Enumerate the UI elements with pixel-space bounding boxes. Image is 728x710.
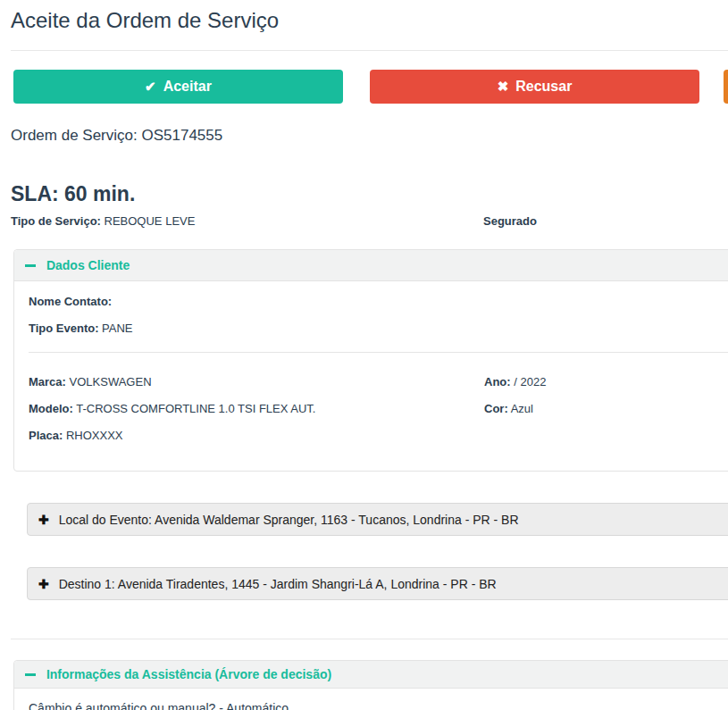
check-icon: ✔ (145, 79, 156, 95)
sla-text: SLA: 60 min. (11, 182, 728, 205)
contact-name-field: Nome Contato: (29, 295, 728, 308)
model-color-row: Modelo: T-CROSS COMFORTLINE 1.0 TSI FLEX… (29, 402, 728, 415)
brand-label: Marca: (29, 375, 66, 388)
destination-accordion[interactable]: ✚ Destino 1: Avenida Tiradentes, 1445 - … (27, 567, 728, 600)
page-title: Aceite da Ordem de Serviço (11, 7, 728, 34)
year-field: Ano: / 2022 (484, 375, 728, 388)
assistance-info-panel-title: Informações da Assistência (Árvore de de… (46, 667, 331, 681)
client-data-panel-title: Dados Cliente (46, 258, 130, 272)
extra-button-clipped[interactable] (724, 70, 728, 104)
destination-label: Destino 1: (59, 577, 115, 591)
order-number-line: Ordem de Serviço: OS5174555 (11, 127, 728, 145)
insured-label: Segurado (483, 214, 728, 228)
expand-plus-icon: ✚ (38, 513, 49, 527)
brand-field: Marca: VOLKSWAGEN (29, 375, 484, 388)
order-number-label: Ordem de Serviço: (11, 127, 138, 144)
close-icon: ✖ (498, 79, 509, 95)
action-button-row: ✔ Aceitar ✖ Recusar (13, 70, 728, 104)
year-value: / 2022 (514, 375, 546, 388)
color-value: Azul (511, 402, 533, 415)
accept-button-label: Aceitar (163, 79, 212, 95)
model-value: T-CROSS COMFORTLINE 1.0 TSI FLEX AUT. (76, 402, 315, 415)
plate-label: Placa: (29, 429, 63, 442)
refuse-button[interactable]: ✖ Recusar (370, 70, 699, 104)
plate-value: RHOXXXX (66, 429, 123, 442)
event-location-value: Avenida Waldemar Spranger, 1163 - Tucano… (155, 513, 519, 527)
model-field: Modelo: T-CROSS COMFORTLINE 1.0 TSI FLEX… (29, 402, 484, 415)
collapse-minus-icon (25, 673, 36, 676)
service-type-row: Tipo de Serviço: REBOQUE LEVE Segurado (11, 214, 728, 228)
collapse-minus-icon (25, 264, 36, 267)
model-label: Modelo: (29, 402, 73, 415)
service-type-label: Tipo de Serviço: (11, 214, 101, 228)
year-label: Ano: (484, 375, 511, 388)
brand-value: VOLKSWAGEN (70, 375, 152, 388)
assistance-info-panel-header[interactable]: Informações da Assistência (Árvore de de… (14, 661, 728, 689)
assistance-info-panel: Informações da Assistência (Árvore de de… (13, 660, 728, 710)
client-panel-divider (29, 352, 728, 353)
contact-name-label: Nome Contato: (29, 295, 112, 308)
expand-plus-icon: ✚ (38, 577, 49, 591)
client-data-panel-header[interactable]: Dados Cliente (14, 250, 728, 281)
plate-field: Placa: RHOXXXX (29, 429, 728, 442)
event-location-label: Local do Evento: (59, 513, 152, 527)
assistance-info-panel-body: Câmbio é automático ou manual? - Automát… (14, 689, 728, 710)
accept-button[interactable]: ✔ Aceitar (13, 70, 343, 104)
event-type-value: PANE (102, 322, 132, 335)
section-divider (11, 639, 728, 639)
color-field: Cor: Azul (484, 402, 728, 415)
service-type-value: REBOQUE LEVE (105, 214, 196, 228)
page-container: Aceite da Ordem de Serviço ✔ Aceitar ✖ R… (0, 7, 728, 710)
event-type-field: Tipo Evento: PANE (29, 322, 728, 335)
event-location-accordion[interactable]: ✚ Local do Evento: Avenida Waldemar Spra… (27, 503, 728, 536)
order-number-value: OS5174555 (141, 127, 222, 144)
color-label: Cor: (484, 402, 508, 415)
refuse-button-label: Recusar (515, 79, 572, 95)
client-data-panel: Dados Cliente Nome Contato: Tipo Evento:… (13, 249, 728, 472)
service-type: Tipo de Serviço: REBOQUE LEVE (11, 214, 483, 228)
client-data-panel-body: Nome Contato: Tipo Evento: PANE Marca: V… (14, 281, 728, 471)
brand-year-row: Marca: VOLKSWAGEN Ano: / 2022 (29, 375, 728, 388)
decision-tree-item: Câmbio é automático ou manual? - Automát… (29, 701, 728, 710)
title-divider (11, 50, 728, 51)
event-type-label: Tipo Evento: (29, 322, 98, 335)
destination-value: Avenida Tiradentes, 1445 - Jardim Shangr… (118, 577, 497, 591)
